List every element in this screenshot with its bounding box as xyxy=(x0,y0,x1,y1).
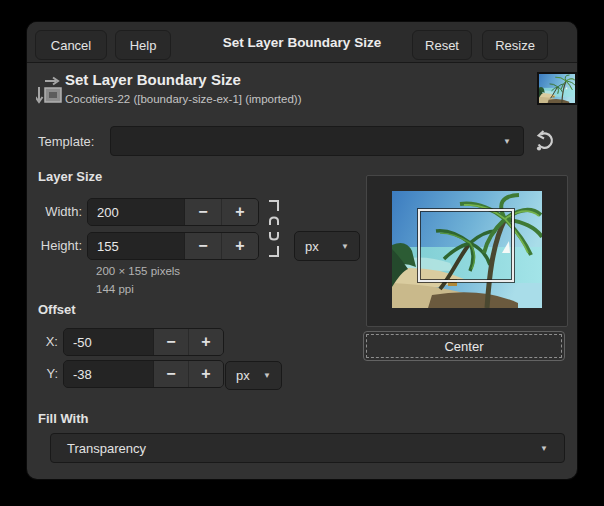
set-layer-boundary-size-dialog: Cancel Help Set Layer Boundary Size Rese… xyxy=(27,22,577,479)
width-spinner: − + xyxy=(87,198,259,226)
offset-y-spinner: − + xyxy=(63,360,224,388)
dialog-subtitle: Cocotiers-22 ([boundary-size-ex-1] (impo… xyxy=(65,93,301,105)
reset-circular-arrow-icon xyxy=(534,130,556,152)
offset-y-decrement-button[interactable]: − xyxy=(153,361,188,387)
offset-y-increment-button[interactable]: + xyxy=(188,361,223,387)
height-input[interactable] xyxy=(88,233,184,259)
size-unit-dropdown[interactable]: px ▼ xyxy=(294,231,360,261)
height-label: Height: xyxy=(27,238,82,253)
width-increment-button[interactable]: + xyxy=(221,199,258,225)
offset-x-spinner: − + xyxy=(63,328,224,356)
offset-unit-value: px xyxy=(236,368,250,383)
template-dropdown[interactable]: ▼ xyxy=(110,126,524,156)
fill-with-heading: Fill With xyxy=(38,411,88,426)
width-decrement-button[interactable]: − xyxy=(184,199,221,225)
offset-y-label: Y: xyxy=(27,366,58,381)
offset-x-input[interactable] xyxy=(64,329,153,355)
layer-size-heading: Layer Size xyxy=(38,169,102,184)
height-decrement-button[interactable]: − xyxy=(184,233,221,259)
offset-unit-dropdown[interactable]: px ▼ xyxy=(225,361,282,390)
offset-x-decrement-button[interactable]: − xyxy=(153,329,188,355)
boundary-rectangle[interactable] xyxy=(418,209,514,282)
dimensions-info: 200 × 155 pixels xyxy=(96,265,180,277)
center-button[interactable]: Center xyxy=(363,331,565,361)
template-label: Template: xyxy=(38,134,94,149)
screen-background: Cancel Help Set Layer Boundary Size Rese… xyxy=(0,0,604,506)
resize-button[interactable]: Resize xyxy=(482,30,548,60)
resize-layer-icon xyxy=(36,76,63,107)
height-spinner: − + xyxy=(87,232,259,260)
size-unit-value: px xyxy=(305,239,319,254)
unlink-chain-icon[interactable] xyxy=(266,199,282,259)
offset-x-increment-button[interactable]: + xyxy=(188,329,223,355)
resolution-info: 144 ppi xyxy=(96,283,134,295)
window-title: Set Layer Boundary Size xyxy=(177,22,427,63)
help-button[interactable]: Help xyxy=(115,30,171,60)
layer-preview-panel[interactable] xyxy=(366,175,568,327)
titlebar[interactable]: Cancel Help Set Layer Boundary Size Rese… xyxy=(27,22,577,63)
fill-with-dropdown[interactable]: Transparency ▼ xyxy=(50,433,565,463)
chevron-down-icon: ▼ xyxy=(341,242,349,251)
height-increment-button[interactable]: + xyxy=(221,233,258,259)
chevron-down-icon: ▼ xyxy=(263,371,271,380)
chevron-down-icon: ▼ xyxy=(503,137,511,146)
chevron-down-icon: ▼ xyxy=(540,444,548,453)
fill-with-value: Transparency xyxy=(67,441,146,456)
dialog-heading: Set Layer Boundary Size xyxy=(65,71,241,88)
width-input[interactable] xyxy=(88,199,184,225)
reset-template-button[interactable] xyxy=(532,129,558,155)
offset-heading: Offset xyxy=(38,302,76,317)
offset-x-label: X: xyxy=(27,334,58,349)
cancel-button[interactable]: Cancel xyxy=(35,30,107,60)
reset-button[interactable]: Reset xyxy=(412,30,472,60)
layer-thumbnail xyxy=(537,72,577,105)
width-label: Width: xyxy=(27,204,82,219)
offset-y-input[interactable] xyxy=(64,361,153,387)
